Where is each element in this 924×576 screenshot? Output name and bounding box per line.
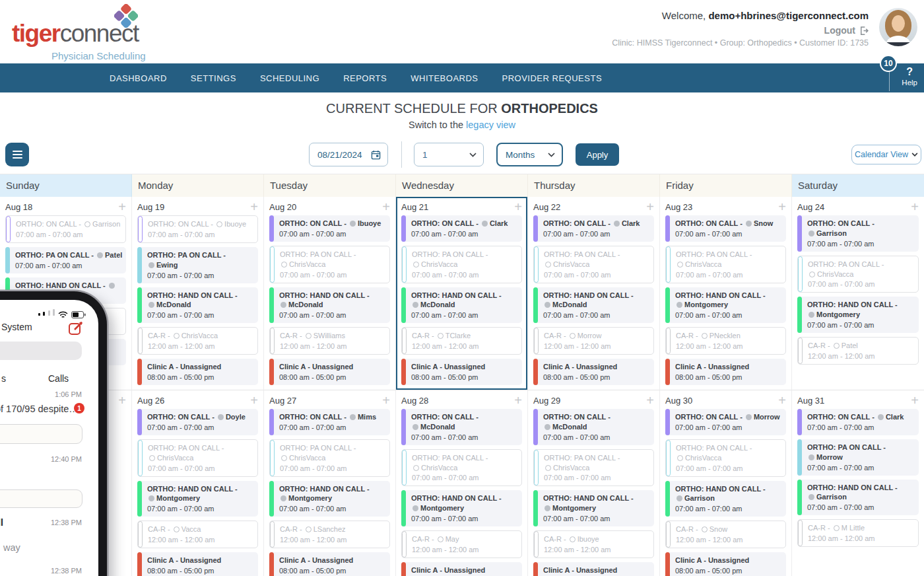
shift-card-ca-r[interactable]: CA-R - PNecklen12:00 am - 12:00 am [665, 327, 786, 355]
add-shift-button[interactable]: + [778, 201, 786, 213]
shift-card-clinic[interactable]: Clinic A - Unassigned08:00 am - 05:00 pm [665, 359, 786, 385]
shift-card-clinic[interactable]: Clinic A - Unassigned08:00 am - 05:00 pm [269, 359, 390, 385]
shift-card-on-call[interactable]: ORTHO: ON CALL - Doyle07:00 am - 07:00 a… [137, 409, 258, 435]
nav-item-dashboard[interactable]: DASHBOARD [110, 73, 167, 83]
shift-card-ca-r[interactable]: CA-R - ChrisVacca12:00 am - 12:00 am [137, 327, 258, 355]
shift-card-ca-r[interactable]: CA-R - LSanchez12:00 am - 12:00 am [269, 521, 390, 548]
shift-card-pa-on-call[interactable]: ORTHO: PA ON CALL - ChrisVacca07:00 am -… [665, 246, 786, 283]
shift-card-on-call[interactable]: ORTHO: ON CALL - Clark07:00 am - 07:00 a… [797, 409, 919, 435]
shift-card-hand-on-call[interactable]: ORTHO: HAND ON CALL - Montgomery07:00 am… [797, 297, 919, 333]
shift-card-on-call[interactable]: ORTHO: ON CALL - McDonald07:00 am - 07:0… [401, 409, 522, 445]
shift-card-ca-r[interactable]: CA-R - May12:00 am - 12:00 am [401, 530, 522, 558]
shift-card-ca-r[interactable]: CA-R - SWilliams12:00 am - 12:00 am [269, 327, 390, 355]
help-button[interactable]: ? Help [902, 66, 917, 87]
shift-card-pa-on-call[interactable]: ORTHO: PA ON CALL - ChrisVacca07:00 am -… [137, 439, 258, 477]
add-shift-button[interactable]: + [646, 394, 654, 406]
nav-item-settings[interactable]: SETTINGS [191, 73, 236, 83]
shift-card-clinic[interactable]: Clinic A - Unassigned08:00 am - 05:00 pm [533, 359, 654, 385]
assignee-open-dot-icon [545, 465, 551, 471]
shift-card-hand-on-call[interactable]: ORTHO: HAND ON CALL - McDonald07:00 am -… [269, 287, 390, 324]
add-shift-button[interactable]: + [514, 201, 522, 213]
legacy-view-link[interactable]: legacy view [466, 120, 515, 130]
shift-card-pa-on-call[interactable]: ORTHO: PA ON CALL - Patel07:00 am - 07:0… [5, 247, 126, 273]
phone-tab-messages[interactable]: s [1, 373, 6, 384]
logout-button[interactable]: Logout [612, 25, 869, 36]
shift-card-ca-r[interactable]: CA-R - Morrow12:00 am - 12:00 am [533, 327, 654, 355]
add-shift-button[interactable]: + [646, 201, 654, 213]
nav-item-reports[interactable]: REPORTS [343, 73, 387, 83]
shift-card-pa-on-call[interactable]: ORTHO: PA ON CALL - ChrisVacca07:00 am -… [401, 449, 522, 487]
shift-card-on-call[interactable]: ORTHO: ON CALL - Mims07:00 am - 07:00 am [269, 409, 390, 435]
shift-card-hand-on-call[interactable]: ORTHO: HAND ON CALL - Garrison07:00 am -… [797, 480, 919, 516]
apply-button[interactable]: Apply [576, 143, 619, 166]
add-shift-button[interactable]: + [911, 394, 919, 406]
add-shift-button[interactable]: + [382, 201, 390, 213]
shift-card-clinic[interactable]: Clinic A - Unassigned08:00 am - 05:00 pm [137, 552, 258, 576]
shift-card-clinic[interactable]: Clinic A - Unassigned08:00 am - 05:00 pm [533, 562, 654, 576]
shift-card-pa-on-call[interactable]: ORTHO: PA ON CALL - ChrisVacca07:00 am -… [401, 246, 522, 283]
add-shift-button[interactable]: + [778, 394, 786, 406]
shift-time: 12:00 am - 12:00 am [808, 534, 875, 542]
shift-card-hand-on-call[interactable]: ORTHO: HAND ON CALL - Montgomery07:00 am… [137, 481, 258, 517]
phone-tab-calls[interactable]: Calls [48, 373, 69, 384]
shift-card-on-call[interactable]: ORTHO: ON CALL - Clark07:00 am - 07:00 a… [401, 215, 522, 242]
shift-card-ca-r[interactable]: CA-R - TClarke12:00 am - 12:00 am [401, 327, 522, 355]
shift-card-on-call[interactable]: ORTHO: ON CALL - Morrow07:00 am - 07:00 … [665, 409, 786, 435]
add-shift-button[interactable]: + [382, 394, 390, 406]
message-preview[interactable]: of 170/95 despite… [0, 404, 79, 414]
add-shift-button[interactable]: + [250, 201, 258, 213]
nav-item-scheduling[interactable]: SCHEDULING [260, 73, 319, 83]
phone-search-bar[interactable] [0, 342, 82, 360]
shift-card-clinic[interactable]: Clinic A - Unassigned08:00 am - 05:00 pm [665, 552, 786, 576]
avatar[interactable] [879, 8, 917, 46]
shift-card-on-call[interactable]: ORTHO: ON CALL - Ibuoye07:00 am - 07:00 … [269, 215, 390, 242]
nav-item-whiteboards[interactable]: WHITEBOARDS [411, 73, 478, 83]
shift-card-pa-on-call[interactable]: ORTHO: PA ON CALL - ChrisVacca07:00 am -… [797, 256, 919, 293]
compose-icon[interactable] [67, 320, 84, 337]
shift-card-ca-r[interactable]: CA-R - Vacca12:00 am - 12:00 am [137, 521, 258, 548]
shift-card-ca-r[interactable]: CA-R - M Little12:00 am - 12:00 am [797, 519, 919, 547]
shift-card-hand-on-call[interactable]: ORTHO: HAND ON CALL - McDonald07:00 am -… [137, 287, 258, 324]
unit-select[interactable]: Months [496, 143, 563, 166]
shift-card-ca-r[interactable]: CA-R - Snow12:00 am - 12:00 am [665, 521, 786, 548]
message-row[interactable] [0, 489, 82, 508]
shift-card-clinic[interactable]: Clinic A - Unassigned08:00 am - 05:00 pm [137, 359, 258, 385]
shift-card-clinic[interactable]: Clinic A - Unassigned08:00 am - 05:00 pm [401, 359, 522, 385]
shift-card-hand-on-call[interactable]: ORTHO: HAND ON CALL - Montgomery07:00 am… [269, 481, 390, 517]
shift-card-on-call[interactable]: ORTHO: ON CALL - Ibuoye07:00 am - 07:00 … [137, 215, 258, 243]
add-shift-button[interactable]: + [514, 394, 522, 406]
shift-card-on-call[interactable]: ORTHO: ON CALL - Garrison07:00 am - 07:0… [5, 215, 126, 243]
add-shift-button[interactable]: + [911, 201, 919, 213]
shift-card-hand-on-call[interactable]: ORTHO: HAND ON CALL - Montgomery07:00 am… [401, 490, 522, 526]
shift-card-pa-on-call[interactable]: ORTHO: PA ON CALL - ChrisVacca07:00 am -… [269, 246, 390, 283]
shift-card-clinic[interactable]: Clinic A - Unassigned08:00 am - 05:00 pm [269, 552, 390, 576]
shift-card-hand-on-call[interactable]: ORTHO: HAND ON CALL - Montgomery07:00 am… [665, 287, 786, 324]
menu-button[interactable] [5, 143, 29, 166]
shift-card-pa-on-call[interactable]: ORTHO: PA ON CALL - Morrow07:00 am - 07:… [797, 439, 919, 476]
duration-select[interactable]: 1 [414, 143, 484, 166]
shift-card-clinic[interactable]: Clinic A - Unassigned08:00 am - 05:00 pm [401, 562, 522, 576]
shift-card-ca-r[interactable]: CA-R - Ibuoye12:00 am - 12:00 am [533, 530, 654, 558]
date-input[interactable]: 08/21/2024 [309, 143, 388, 166]
shift-card-on-call[interactable]: ORTHO: ON CALL - Garrison07:00 am - 07:0… [797, 215, 919, 252]
message-row[interactable] [0, 424, 82, 444]
shift-card-pa-on-call[interactable]: ORTHO: PA ON CALL - ChrisVacca07:00 am -… [533, 246, 654, 283]
view-select[interactable]: Calendar View [851, 145, 921, 164]
add-shift-button[interactable]: + [118, 201, 126, 213]
shift-card-hand-on-call[interactable]: ORTHO: HAND ON CALL - Garrison07:00 am -… [665, 481, 786, 517]
nav-item-provider-requests[interactable]: PROVIDER REQUESTS [502, 73, 603, 83]
shift-title: ORTHO: PA ON CALL - ChrisVacca [544, 250, 650, 270]
shift-card-on-call[interactable]: ORTHO: ON CALL - Clark07:00 am - 07:00 a… [533, 215, 654, 242]
add-shift-button[interactable]: + [118, 394, 126, 406]
shift-card-on-call[interactable]: ORTHO: ON CALL - McDonald07:00 am - 07:0… [533, 409, 654, 445]
shift-card-pa-on-call[interactable]: ORTHO: PA ON CALL - ChrisVacca07:00 am -… [533, 449, 654, 487]
shift-card-hand-on-call[interactable]: ORTHO: HAND ON CALL - Montgomery07:00 am… [533, 490, 654, 526]
add-shift-button[interactable]: + [250, 394, 258, 406]
shift-card-pa-on-call[interactable]: ORTHO: PA ON CALL - Ewing07:00 am - 07:0… [137, 247, 258, 283]
shift-card-ca-r[interactable]: CA-R - Patel12:00 am - 12:00 am [797, 337, 919, 365]
shift-card-pa-on-call[interactable]: ORTHO: PA ON CALL - ChrisVacca07:00 am -… [269, 439, 390, 477]
shift-card-pa-on-call[interactable]: ORTHO: PA ON CALL - ChrisVacca07:00 am -… [665, 439, 786, 477]
shift-card-hand-on-call[interactable]: ORTHO: HAND ON CALL - McDonald07:00 am -… [533, 287, 654, 324]
shift-card-on-call[interactable]: ORTHO: ON CALL - Snow07:00 am - 07:00 am [665, 215, 786, 242]
shift-card-hand-on-call[interactable]: ORTHO: HAND ON CALL - McDonald07:00 am -… [401, 287, 522, 324]
